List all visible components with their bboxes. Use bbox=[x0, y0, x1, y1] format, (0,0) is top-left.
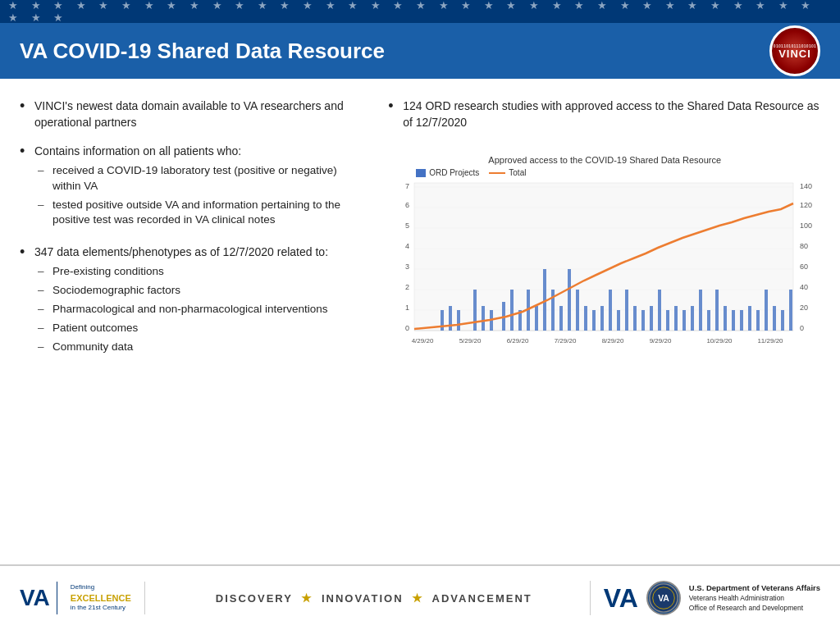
svg-text:4/29/20: 4/29/20 bbox=[412, 337, 434, 345]
svg-text:2: 2 bbox=[405, 283, 409, 291]
footer-right: VA VA U.S. Department of Veterans Affair… bbox=[590, 581, 820, 615]
svg-text:VA: VA bbox=[658, 594, 669, 603]
chart-svg: 0 1 2 3 4 5 6 7 0 20 40 60 80 100 120 14… bbox=[391, 179, 818, 351]
dash-3-5: – bbox=[38, 340, 52, 355]
svg-text:3: 3 bbox=[405, 262, 409, 271]
footer-star-2: ★ bbox=[412, 591, 424, 605]
bullet-dot-1: • bbox=[20, 98, 34, 115]
svg-text:140: 140 bbox=[800, 182, 812, 190]
svg-rect-50 bbox=[658, 290, 661, 331]
svg-rect-64 bbox=[773, 306, 776, 331]
svg-rect-58 bbox=[724, 306, 727, 331]
svg-rect-27 bbox=[457, 310, 460, 331]
header: VA COVID-19 Shared Data Resource 0101101… bbox=[0, 23, 840, 79]
svg-rect-51 bbox=[666, 310, 669, 331]
sub-text-3-5: Community data bbox=[52, 340, 133, 355]
svg-rect-28 bbox=[473, 290, 477, 331]
footer-dept-sub2: Office of Research and Development bbox=[689, 604, 803, 612]
svg-text:1: 1 bbox=[405, 304, 409, 312]
svg-rect-47 bbox=[633, 306, 637, 331]
sub-item-3-3: – Pharmacological and non-pharmacologica… bbox=[38, 302, 328, 317]
svg-rect-52 bbox=[674, 306, 678, 331]
legend-line: Total bbox=[489, 168, 526, 177]
svg-rect-66 bbox=[789, 290, 792, 331]
right-column: • 124 ORD research studies with approved… bbox=[380, 98, 821, 555]
star-banner: ★ ★ ★ ★ ★ ★ ★ ★ ★ ★ ★ ★ ★ ★ ★ ★ ★ ★ ★ ★ … bbox=[0, 0, 840, 23]
vinci-text: VINCI bbox=[778, 48, 811, 59]
right-bullet-1: • 124 ORD research studies with approved… bbox=[388, 98, 821, 130]
svg-rect-56 bbox=[707, 310, 710, 331]
sub-text-2-2: tested positive outside VA and informati… bbox=[52, 198, 363, 229]
svg-rect-38 bbox=[559, 306, 563, 331]
svg-rect-32 bbox=[510, 290, 514, 331]
legend-bar-label: ORD Projects bbox=[429, 168, 479, 177]
svg-rect-65 bbox=[781, 310, 784, 331]
svg-rect-29 bbox=[482, 306, 485, 331]
svg-text:5: 5 bbox=[405, 221, 409, 230]
legend-line-color bbox=[489, 172, 505, 174]
bullet-content-3: 347 data elements/phenotypes as of 12/7/… bbox=[34, 244, 328, 358]
sub-item-3-1: – Pre-existing conditions bbox=[38, 264, 328, 280]
sub-text-3-1: Pre-existing conditions bbox=[52, 264, 164, 280]
svg-rect-45 bbox=[617, 310, 620, 331]
bullet-list: • VINCI's newest data domain available t… bbox=[20, 98, 363, 358]
svg-rect-55 bbox=[699, 290, 702, 331]
sub-list-3: – Pre-existing conditions – Sociodemogra… bbox=[38, 264, 328, 354]
svg-text:10/29/20: 10/29/20 bbox=[707, 337, 733, 345]
dash-2-2: – bbox=[38, 198, 52, 213]
sub-list-2: – received a COVID-19 laboratory test (p… bbox=[38, 163, 363, 229]
svg-text:6/29/20: 6/29/20 bbox=[507, 337, 529, 345]
footer-middle: DISCOVERY ★ INNOVATION ★ ADVANCEMENT bbox=[158, 591, 590, 605]
svg-text:60: 60 bbox=[800, 262, 808, 271]
footer-va-logo: VA Defining EXCELLENCE in the 21st Centu… bbox=[20, 582, 145, 614]
bullet-dot-3: • bbox=[20, 244, 34, 261]
vinci-binary: 01011010111010101 bbox=[774, 43, 816, 48]
bullet-item-1: • VINCI's newest data domain available t… bbox=[20, 98, 363, 130]
svg-rect-59 bbox=[732, 310, 735, 331]
footer-advancement: ADVANCEMENT bbox=[432, 592, 532, 605]
svg-text:11/29/20: 11/29/20 bbox=[758, 337, 784, 345]
bullet-text-1: VINCI's newest data domain available to … bbox=[34, 98, 363, 130]
svg-rect-43 bbox=[600, 306, 604, 331]
sub-item-2-1: – received a COVID-19 laboratory test (p… bbox=[38, 163, 363, 194]
svg-text:40: 40 bbox=[800, 283, 808, 291]
svg-rect-57 bbox=[715, 290, 719, 331]
legend-line-label: Total bbox=[509, 168, 526, 177]
svg-text:9/29/20: 9/29/20 bbox=[650, 337, 672, 345]
page-title: VA COVID-19 Shared Data Resource bbox=[20, 39, 385, 64]
dash-3-4: – bbox=[38, 321, 52, 336]
svg-rect-60 bbox=[740, 310, 743, 331]
svg-text:80: 80 bbox=[800, 242, 808, 250]
sub-item-3-5: – Community data bbox=[38, 340, 328, 355]
svg-rect-61 bbox=[748, 306, 751, 331]
bullet-item-2: • Contains information on all patients w… bbox=[20, 144, 363, 231]
va-line2: EXCELLENCE bbox=[71, 592, 131, 604]
va-line1: Defining bbox=[71, 583, 131, 591]
left-column: • VINCI's newest data domain available t… bbox=[20, 98, 380, 555]
legend-bar: ORD Projects bbox=[416, 168, 479, 177]
sub-item-3-2: – Sociodemographic factors bbox=[38, 283, 328, 299]
legend-bar-color bbox=[416, 169, 426, 177]
svg-rect-26 bbox=[449, 306, 452, 331]
right-bullet-text: 124 ORD research studies with approved a… bbox=[403, 98, 821, 130]
svg-text:0: 0 bbox=[800, 324, 804, 332]
sub-text-3-3: Pharmacological and non-pharmacological … bbox=[52, 302, 327, 317]
sub-item-2-2: – tested positive outside VA and informa… bbox=[38, 198, 363, 229]
svg-text:4: 4 bbox=[405, 242, 409, 250]
footer-star-1: ★ bbox=[301, 591, 313, 605]
chart-title: Approved access to the COVID-19 Shared D… bbox=[391, 155, 818, 165]
svg-text:120: 120 bbox=[800, 201, 812, 209]
svg-text:7/29/20: 7/29/20 bbox=[555, 337, 577, 345]
svg-rect-54 bbox=[691, 306, 694, 331]
va-divider bbox=[57, 582, 57, 614]
footer-va-big: VA bbox=[20, 587, 50, 609]
right-bullet-dot: • bbox=[388, 98, 403, 115]
dash-3-1: – bbox=[38, 264, 52, 280]
svg-rect-63 bbox=[765, 290, 768, 331]
svg-rect-53 bbox=[682, 310, 686, 331]
footer-discovery: DISCOVERY bbox=[216, 592, 293, 605]
svg-text:8/29/20: 8/29/20 bbox=[602, 337, 624, 345]
vinci-circle: 01011010111010101 VINCI bbox=[769, 25, 820, 76]
svg-text:0: 0 bbox=[405, 324, 409, 332]
svg-rect-46 bbox=[625, 290, 628, 331]
